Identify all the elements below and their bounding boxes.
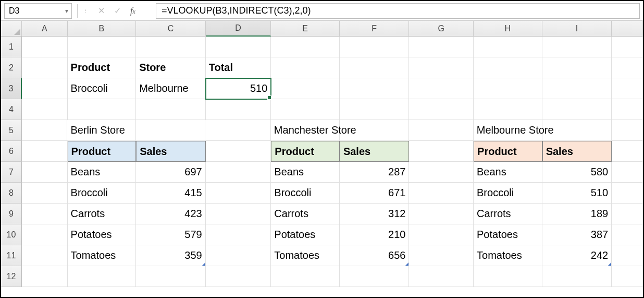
cell[interactable]	[206, 204, 271, 224]
cell[interactable]	[206, 162, 271, 183]
cell[interactable]	[340, 120, 409, 141]
cell[interactable]	[68, 99, 137, 120]
cell[interactable]	[22, 183, 68, 204]
col-header-e[interactable]: E	[271, 21, 340, 37]
table-row[interactable]: 423	[136, 204, 206, 224]
table-row[interactable]: 287	[340, 162, 410, 183]
cell[interactable]	[22, 245, 68, 266]
cell[interactable]	[271, 266, 340, 287]
cell[interactable]	[409, 78, 474, 99]
cell[interactable]	[22, 224, 68, 245]
cell[interactable]	[409, 57, 474, 78]
melbourne-header-sales[interactable]: Sales	[542, 141, 612, 162]
cell[interactable]	[474, 266, 542, 287]
table-row[interactable]: Broccoli	[68, 183, 137, 204]
cell[interactable]	[340, 99, 410, 120]
cell[interactable]	[22, 120, 68, 141]
cell[interactable]	[474, 99, 542, 120]
cell[interactable]	[136, 266, 206, 287]
cell[interactable]	[474, 57, 542, 78]
table-row[interactable]: Beans	[474, 162, 542, 183]
cell[interactable]	[22, 141, 68, 162]
cell[interactable]	[136, 37, 206, 57]
cell[interactable]	[409, 245, 474, 266]
table-row[interactable]: 580	[542, 162, 612, 183]
cell[interactable]	[612, 37, 643, 57]
table-row[interactable]: Potatoes	[271, 224, 340, 245]
table-row[interactable]: 189	[542, 204, 612, 224]
cell[interactable]	[542, 99, 612, 120]
cell[interactable]	[206, 245, 271, 266]
row-header-11[interactable]: 11	[1, 245, 22, 266]
select-all-triangle[interactable]	[1, 21, 22, 37]
row-header-12[interactable]: 12	[1, 266, 22, 287]
table-row[interactable]: Broccoli	[474, 183, 542, 204]
table-row[interactable]: Tomatoes	[271, 245, 340, 266]
cell[interactable]	[409, 266, 474, 287]
name-box-dropdown-icon[interactable]: ▾	[65, 7, 68, 15]
cell-total-value[interactable]: 510	[206, 78, 271, 99]
cell-store-value[interactable]: Melbourne	[136, 78, 206, 99]
cell[interactable]	[409, 183, 474, 204]
col-header-extra[interactable]	[612, 21, 643, 37]
cell[interactable]	[206, 224, 271, 245]
manchester-store-title[interactable]: Manchester Store	[271, 120, 340, 141]
cell[interactable]	[340, 37, 410, 57]
table-row[interactable]: Broccoli	[271, 183, 340, 204]
cell[interactable]	[22, 57, 68, 78]
table-row[interactable]: 579	[136, 224, 206, 245]
formula-input[interactable]: =VLOOKUP(B3,INDIRECT(C3),2,0)	[156, 3, 640, 19]
table-row[interactable]: 510	[542, 183, 612, 204]
table-row[interactable]: 697	[136, 162, 206, 183]
cell[interactable]	[271, 57, 340, 78]
melbourne-header-product[interactable]: Product	[474, 141, 542, 162]
cell[interactable]	[206, 99, 271, 120]
cell[interactable]	[22, 162, 68, 183]
table-row[interactable]: Tomatoes	[474, 245, 542, 266]
cell[interactable]	[612, 99, 643, 120]
table-row[interactable]: 656	[340, 245, 410, 266]
col-header-d[interactable]: D	[206, 21, 271, 37]
cell[interactable]	[340, 78, 410, 99]
more-icon[interactable]: ⋮	[83, 8, 89, 14]
cell-product-value[interactable]: Broccoli	[68, 78, 137, 99]
cell[interactable]	[206, 266, 271, 287]
cell[interactable]	[612, 120, 643, 141]
manchester-header-sales[interactable]: Sales	[340, 141, 410, 162]
table-row[interactable]: Carrots	[68, 204, 137, 224]
cell[interactable]	[612, 224, 643, 245]
cell[interactable]	[136, 99, 206, 120]
cell-header-total[interactable]: Total	[206, 57, 271, 78]
berlin-store-title[interactable]: Berlin Store	[67, 120, 135, 141]
manchester-header-product[interactable]: Product	[271, 141, 340, 162]
cell[interactable]	[409, 204, 474, 224]
accept-icon[interactable]: ✓	[114, 6, 121, 16]
cell[interactable]	[542, 266, 612, 287]
table-row[interactable]: Potatoes	[474, 224, 542, 245]
cell[interactable]	[612, 78, 643, 99]
cell[interactable]	[68, 37, 137, 57]
row-header-5[interactable]: 5	[1, 120, 22, 141]
cell-header-store[interactable]: Store	[136, 57, 206, 78]
cell[interactable]	[409, 224, 474, 245]
cell[interactable]	[340, 266, 410, 287]
cell[interactable]	[542, 78, 612, 99]
table-row[interactable]: 312	[340, 204, 410, 224]
cell[interactable]	[409, 37, 474, 57]
cell-header-product[interactable]: Product	[68, 57, 137, 78]
cell[interactable]	[136, 120, 205, 141]
cell[interactable]	[206, 183, 271, 204]
table-row[interactable]: Beans	[68, 162, 137, 183]
berlin-header-sales[interactable]: Sales	[136, 141, 206, 162]
table-row[interactable]: 387	[542, 224, 612, 245]
table-row[interactable]: Potatoes	[68, 224, 137, 245]
cell[interactable]	[206, 37, 271, 57]
cell[interactable]	[409, 120, 473, 141]
col-header-b[interactable]: B	[68, 21, 137, 37]
table-row[interactable]: Carrots	[271, 204, 340, 224]
cell[interactable]	[409, 162, 474, 183]
cell[interactable]	[22, 37, 68, 57]
cell[interactable]	[271, 37, 340, 57]
cell[interactable]	[612, 204, 643, 224]
cell[interactable]	[612, 245, 643, 266]
